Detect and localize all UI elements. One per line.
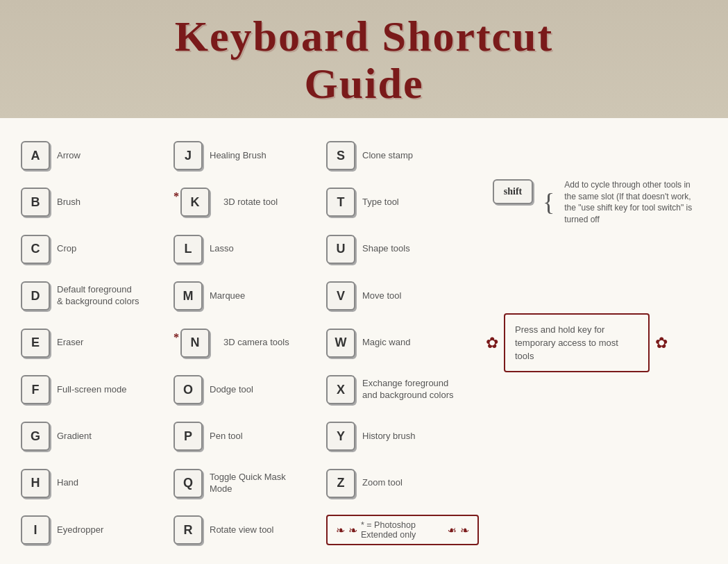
key-s: S bbox=[326, 141, 355, 170]
shortcut-k: * K 3D rotate tool bbox=[173, 188, 326, 217]
key-f: F bbox=[21, 375, 50, 404]
key-c: C bbox=[21, 235, 50, 264]
hold-box-border: Press and hold key for temporary access … bbox=[504, 313, 650, 373]
shortcut-t: T Type tool bbox=[326, 185, 479, 219]
shortcut-m: M Marquee bbox=[173, 279, 326, 313]
shortcut-w: W Magic wand bbox=[326, 326, 479, 360]
key-a: A bbox=[21, 141, 50, 170]
key-y: Y bbox=[326, 422, 355, 451]
label-l: Lasso bbox=[210, 243, 234, 255]
shortcut-h: H Hand bbox=[21, 466, 173, 501]
shortcut-p: P Pen tool bbox=[173, 419, 326, 454]
label-x: Exchange foregroundand background colors bbox=[362, 378, 454, 401]
label-n: 3D camera tools bbox=[223, 337, 289, 349]
label-r: Rotate view tool bbox=[210, 524, 274, 536]
shortcut-u: U Shape tools bbox=[326, 232, 479, 267]
label-q: Toggle Quick MaskMode bbox=[210, 472, 286, 495]
shortcut-b: B Brush bbox=[21, 185, 173, 219]
label-f: Full-screen mode bbox=[57, 384, 126, 396]
key-l: L bbox=[173, 235, 203, 264]
shortcut-g: G Gradient bbox=[21, 419, 173, 454]
shift-description: Add to cycle through other tools in the … bbox=[564, 179, 700, 226]
photoshop-leaf-right: ❧ bbox=[448, 524, 457, 537]
shortcut-n: * N 3D camera tools bbox=[173, 329, 326, 358]
shortcut-a: A Arrow bbox=[21, 138, 173, 173]
key-z: Z bbox=[326, 469, 355, 498]
shift-key: shift bbox=[493, 179, 533, 204]
key-h: H bbox=[21, 469, 50, 498]
label-t: Type tool bbox=[362, 197, 399, 208]
photoshop-note-text: * = Photoshop Extended only bbox=[361, 520, 444, 540]
label-c: Crop bbox=[57, 243, 76, 255]
label-g: Gradient bbox=[57, 431, 92, 442]
label-d: Default foreground& background colors bbox=[57, 284, 139, 308]
key-r: R bbox=[173, 515, 203, 545]
header: Keyboard Shortcut Guide bbox=[0, 0, 728, 118]
shortcut-f: F Full-screen mode bbox=[21, 372, 173, 407]
asterisk-n: * bbox=[173, 331, 179, 344]
page-title: Keyboard Shortcut Guide bbox=[0, 13, 728, 107]
label-a: Arrow bbox=[57, 150, 81, 162]
key-m: M bbox=[173, 281, 203, 310]
key-t: T bbox=[326, 188, 355, 217]
brace-icon: { bbox=[543, 190, 555, 215]
page-wrapper: Keyboard Shortcut Guide A Arrow B Brush … bbox=[0, 0, 728, 564]
key-w: W bbox=[326, 329, 355, 358]
shortcut-l: L Lasso bbox=[173, 232, 326, 267]
hold-text: Press and hold key for temporary access … bbox=[515, 324, 618, 361]
hold-leaf-right: ✿ bbox=[655, 334, 668, 352]
label-b: Brush bbox=[57, 197, 81, 208]
shortcut-c: C Crop bbox=[21, 232, 173, 267]
shortcut-e: E Eraser bbox=[21, 326, 173, 360]
key-e: E bbox=[21, 329, 50, 358]
key-g: G bbox=[21, 422, 50, 451]
shift-info: shift { Add to cycle through other tools… bbox=[479, 172, 707, 233]
key-q: Q bbox=[173, 469, 203, 498]
key-j: J bbox=[173, 141, 203, 170]
shortcut-x: X Exchange foregroundand background colo… bbox=[326, 372, 479, 407]
label-o: Dodge tool bbox=[210, 384, 253, 396]
label-e: Eraser bbox=[57, 337, 83, 349]
label-w: Magic wand bbox=[362, 337, 410, 349]
photoshop-note-container: ❧ * = Photoshop Extended only ❧ bbox=[326, 515, 479, 545]
label-i: Eyedropper bbox=[57, 524, 103, 536]
shortcut-j: J Healing Brush bbox=[173, 138, 326, 173]
key-b: B bbox=[21, 188, 50, 217]
shortcut-d: D Default foreground& background colors bbox=[21, 279, 173, 313]
shortcut-o: O Dodge tool bbox=[173, 372, 326, 407]
label-y: History brush bbox=[362, 431, 416, 442]
label-p: Pen tool bbox=[210, 431, 243, 442]
label-k: 3D rotate tool bbox=[223, 197, 278, 208]
key-v: V bbox=[326, 281, 355, 310]
key-k: K bbox=[180, 188, 210, 217]
key-o: O bbox=[173, 375, 203, 404]
label-s: Clone stamp bbox=[362, 150, 413, 162]
key-d: D bbox=[21, 281, 50, 310]
key-u: U bbox=[326, 235, 355, 264]
hold-leaf-left: ✿ bbox=[486, 334, 498, 352]
label-v: Move tool bbox=[362, 290, 401, 302]
shortcut-q: Q Toggle Quick MaskMode bbox=[173, 466, 326, 501]
shortcut-r: R Rotate view tool bbox=[173, 513, 326, 547]
shortcut-v: V Move tool bbox=[326, 279, 479, 313]
asterisk-k: * bbox=[173, 190, 179, 203]
shortcut-i: I Eyedropper bbox=[21, 513, 173, 547]
label-h: Hand bbox=[57, 477, 78, 489]
photoshop-leaf-left: ❧ bbox=[348, 524, 357, 537]
key-i: I bbox=[21, 515, 50, 545]
label-z: Zoom tool bbox=[362, 477, 403, 489]
label-j: Healing Brush bbox=[210, 150, 266, 162]
shortcut-s: S Clone stamp bbox=[326, 138, 479, 173]
photoshop-note-box: ❧ * = Photoshop Extended only ❧ bbox=[326, 515, 479, 545]
content-area: A Arrow B Brush C Crop D Default foregro… bbox=[0, 118, 728, 564]
key-x: X bbox=[326, 375, 355, 404]
key-n: N bbox=[180, 329, 210, 358]
label-m: Marquee bbox=[210, 290, 245, 302]
label-u: Shape tools bbox=[362, 243, 410, 255]
shortcut-y: Y History brush bbox=[326, 419, 479, 454]
shortcut-z: Z Zoom tool bbox=[326, 466, 479, 501]
hold-info: ✿ Press and hold key for temporary acces… bbox=[479, 313, 707, 373]
key-p: P bbox=[173, 422, 203, 451]
